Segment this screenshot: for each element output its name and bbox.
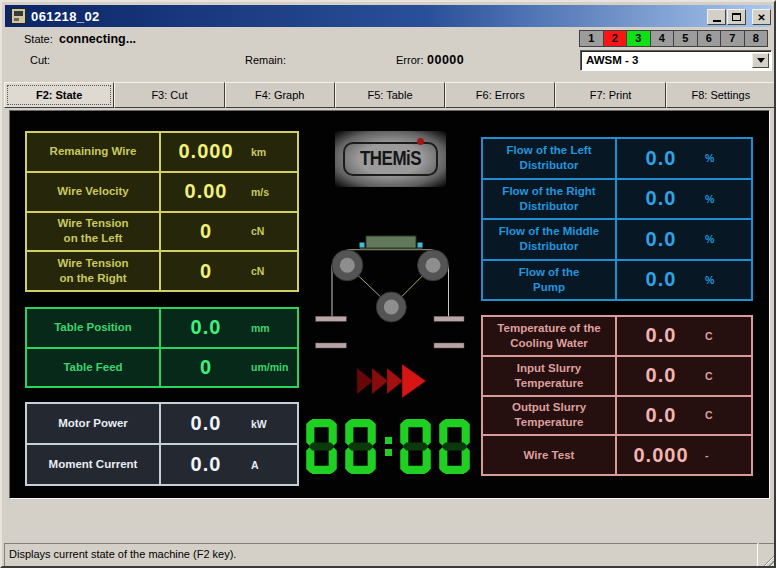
metric-row: Wire Test 0.000- [483, 434, 751, 474]
machine-slot-indicators: 12345678 [579, 30, 768, 47]
clock-digit [306, 419, 337, 474]
metric-value: 0 [161, 356, 251, 379]
temperature-metrics-group: Temperature of the Cooling Water 0.0C In… [481, 315, 753, 476]
close-button[interactable]: ✕ [752, 9, 771, 25]
metric-label: Table Position [27, 309, 161, 347]
maximize-button[interactable] [727, 9, 746, 25]
metric-row: Flow of the Right Distributor 0.0% [483, 178, 751, 219]
metric-value: 0.0 [617, 324, 705, 347]
metric-unit: cN [251, 265, 297, 277]
metric-unit: cN [251, 225, 297, 237]
status-text: Displays current state of the machine (F… [9, 548, 236, 560]
metric-value: 0.0 [617, 404, 705, 427]
left-guide-bar [316, 316, 347, 321]
metric-label: Moment Current [27, 445, 161, 484]
title-bar[interactable]: 061218_02 [5, 5, 771, 27]
metric-unit: m/s [251, 186, 297, 198]
metric-unit: C [705, 409, 751, 421]
app-window: 061218_02 ✕ State: connecting... Cut: Re… [0, 0, 776, 568]
direction-arrows-icon [356, 361, 432, 405]
machine-slot-7[interactable]: 7 [720, 31, 744, 46]
resize-grip[interactable] [762, 553, 775, 566]
tab-errors[interactable]: F6: Errors [445, 82, 555, 108]
metric-unit: kW [251, 418, 297, 430]
metric-unit: um/min [251, 361, 297, 373]
metric-label: Flow of the Left Distributor [483, 139, 617, 178]
metric-label: Wire Test [483, 436, 617, 474]
metric-value: 0 [161, 260, 251, 283]
tab-graph[interactable]: F4: Graph [225, 82, 335, 108]
machine-diagram [308, 231, 473, 356]
metric-value: 0.0 [617, 147, 705, 170]
error-value: 00000 [427, 53, 464, 67]
flow-metrics-group: Flow of the Left Distributor 0.0% Flow o… [481, 137, 753, 301]
right-guide-bar [434, 316, 464, 321]
clock-digit [345, 419, 376, 474]
machine-slot-6[interactable]: 6 [697, 31, 721, 46]
error-label: Error: [396, 54, 424, 66]
logo-text: THEMiS [360, 148, 421, 171]
metric-row: Table Position 0.0mm [27, 309, 297, 347]
machine-slot-2[interactable]: 2 [603, 31, 627, 46]
metric-row: Wire Tension on the Right 0cN [27, 250, 297, 290]
metric-row: Temperature of the Cooling Water 0.0C [483, 317, 751, 355]
metric-row: Remaining Wire 0.000km [27, 133, 297, 171]
metric-label: Temperature of the Cooling Water [483, 317, 617, 355]
metric-row: Flow of the Middle Distributor 0.0% [483, 218, 751, 259]
left-clamp [360, 243, 365, 248]
machine-slot-5[interactable]: 5 [673, 31, 697, 46]
metric-row: Output Slurry Temperature 0.0C [483, 395, 751, 435]
metric-value: 0.000 [161, 140, 251, 163]
machine-slot-3[interactable]: 3 [626, 31, 650, 46]
tab-settings[interactable]: F8: Settings [666, 82, 776, 108]
metric-row: Flow of the Left Distributor 0.0% [483, 139, 751, 178]
metric-unit: km [251, 146, 297, 158]
close-icon: ✕ [757, 12, 765, 23]
remain-label: Remain: [245, 54, 286, 66]
metric-unit: mm [251, 322, 297, 334]
metric-value: 0.00 [161, 180, 251, 203]
metric-unit: % [705, 193, 751, 205]
state-panel: Remaining Wire 0.000km Wire Velocity 0.0… [9, 110, 770, 499]
clock-digit [400, 419, 431, 474]
metric-unit: % [705, 233, 751, 245]
chevron-down-icon [757, 58, 765, 67]
machine-slot-8[interactable]: 8 [744, 31, 768, 46]
metric-unit: % [705, 274, 751, 286]
clock-colon [384, 419, 392, 474]
metric-label: Flow of the Pump [483, 261, 617, 300]
wire-metrics-group: Remaining Wire 0.000km Wire Velocity 0.0… [25, 131, 299, 292]
state-label: State: [24, 33, 53, 45]
metric-value: 0.0 [617, 268, 705, 291]
machine-slot-4[interactable]: 4 [650, 31, 674, 46]
minimize-button[interactable] [707, 9, 726, 25]
metric-unit: A [251, 459, 297, 471]
left-guide-bar [316, 343, 347, 348]
window-title: 061218_02 [31, 9, 100, 24]
minimize-icon [713, 20, 721, 22]
tab-print[interactable]: F7: Print [555, 82, 665, 108]
metric-label: Flow of the Middle Distributor [483, 220, 617, 259]
logo-frame: THEMiS [343, 142, 438, 176]
metric-value: 0.000 [617, 444, 705, 467]
metric-value: 0.0 [617, 364, 705, 387]
right-clamp [418, 243, 423, 248]
metric-label: Motor Power [27, 404, 161, 443]
right-guide-bar [434, 343, 464, 348]
metric-unit: % [705, 152, 751, 164]
status-bar: Displays current state of the machine (F… [4, 543, 758, 567]
tab-table[interactable]: F5: Table [335, 82, 445, 108]
metric-row: Flow of the Pump 0.0% [483, 259, 751, 300]
metric-unit: C [705, 330, 751, 342]
machine-select[interactable]: AWSM - 3 [580, 50, 772, 71]
tab-cut[interactable]: F3: Cut [114, 82, 224, 108]
dropdown-button[interactable] [752, 53, 769, 68]
maximize-icon [732, 13, 741, 21]
machine-slot-1[interactable]: 1 [580, 31, 603, 46]
tab-state[interactable]: F2: State [4, 82, 114, 108]
machine-select-value: AWSM - 3 [586, 54, 638, 66]
metric-label: Wire Tension on the Left [27, 213, 161, 251]
table-metrics-group: Table Position 0.0mm Table Feed 0um/min [25, 307, 299, 388]
metric-label: Wire Tension on the Right [27, 252, 161, 290]
metric-value: 0.0 [161, 316, 251, 339]
